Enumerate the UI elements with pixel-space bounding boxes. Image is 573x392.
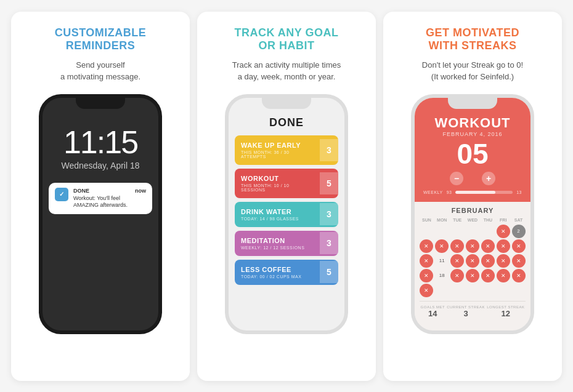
workout-title: WORKOUT xyxy=(415,115,530,131)
panel2-subtitle: Track an activity multiple timesa day, w… xyxy=(232,59,341,83)
cal-header: MON xyxy=(435,217,449,223)
weekly-label: WEEKLY xyxy=(423,190,443,194)
goal-item: MEDITATION WEEKLY: 12 / 12 SESSIONS 3 xyxy=(235,231,338,256)
goal-label: LESS COFFEE TODAY: 00 / 02 CUPS MAX xyxy=(235,260,320,285)
panel2-title: TRACK ANY GOALOR HABIT xyxy=(235,26,339,53)
panel-goals: TRACK ANY GOALOR HABIT Track an activity… xyxy=(197,12,376,381)
cal-day: 1 xyxy=(497,225,510,238)
cal-stats: GOALS MET 14 CURRENT STREAK 3 LONGEST ST… xyxy=(420,301,526,318)
cal-header: FRI xyxy=(496,217,510,223)
phone-notch2 xyxy=(262,98,311,109)
cal-stat: GOALS MET 14 xyxy=(421,305,445,318)
phone-notch3 xyxy=(448,98,497,109)
phone-notch xyxy=(76,98,125,109)
cal-header: SUN xyxy=(420,217,434,223)
cal-header: WED xyxy=(466,217,480,223)
cal-stat: LONGEST STREAK 12 xyxy=(487,305,524,318)
stat-label: GOALS MET xyxy=(421,305,445,309)
cal-day xyxy=(481,225,495,238)
goal-count: 5 xyxy=(320,261,338,283)
notif-header: DONE now xyxy=(73,188,146,194)
weekly-bar: WEEKLY 93 13 xyxy=(423,190,522,194)
goal-label: DRINK WATER TODAY: 14 / 98 GLASSES xyxy=(235,202,320,227)
cal-day: 14 xyxy=(481,254,495,268)
notif-body: Workout: You'll feel AMAZING afterwards. xyxy=(73,195,146,209)
cal-day xyxy=(435,225,449,238)
coral-top: WORKOUT FEBRUARY 4, 2016 05 − + WEEKLY 9… xyxy=(415,98,530,202)
cal-day: 23 xyxy=(512,269,526,282)
cal-day: 15 xyxy=(497,254,510,268)
panel-reminders: CUSTOMIZABLEREMINDERS Send yourselfa mot… xyxy=(11,12,190,381)
goal-item: WORKOUT THIS MONTH: 10 / 10 SESSIONS 5 xyxy=(235,169,338,198)
cal-day: 6 xyxy=(466,239,479,253)
notif-content: DONE now Workout: You'll feel AMAZING af… xyxy=(73,188,146,209)
weekly-val1: 93 xyxy=(447,190,452,194)
streak-number: 05 xyxy=(415,140,530,168)
cal-day xyxy=(466,225,479,238)
cal-grid: SUNMONTUEWEDTHUFRISAT1234567891011121314… xyxy=(420,217,526,297)
goal-count: 3 xyxy=(320,232,338,254)
goal-sub: THIS MONTH: 36 / 30 ATTEMPTS xyxy=(241,150,314,159)
goal-sub: WEEKLY: 12 / 12 SESSIONS xyxy=(241,246,314,250)
time-display: 11:15 Wednesday, April 18 xyxy=(43,126,158,170)
goal-label: MEDITATION WEEKLY: 12 / 12 SESSIONS xyxy=(235,231,320,256)
cal-day: 8 xyxy=(497,239,510,253)
goals-list: WAKE UP EARLY THIS MONTH: 36 / 30 ATTEMP… xyxy=(229,135,344,285)
cal-day: 5 xyxy=(450,239,464,253)
phone-dark: 11:15 Wednesday, April 18 ✓ DONE now Wor… xyxy=(39,94,162,334)
cal-day: 21 xyxy=(481,269,495,282)
goal-label: WORKOUT THIS MONTH: 10 / 10 SESSIONS xyxy=(235,169,320,198)
panel1-title: CUSTOMIZABLEREMINDERS xyxy=(55,26,147,53)
notif-app: DONE xyxy=(73,188,89,194)
done-header: DONE xyxy=(229,116,344,129)
goal-count: 3 xyxy=(320,203,338,225)
cal-day: 13 xyxy=(466,254,479,268)
cal-day: 24 xyxy=(420,284,433,297)
stat-value: 3 xyxy=(447,309,485,318)
goal-count: 3 xyxy=(320,139,338,161)
streak-plus[interactable]: + xyxy=(482,172,495,185)
cal-day: 7 xyxy=(481,239,495,253)
cal-day xyxy=(450,225,464,238)
time: 11:15 xyxy=(43,126,158,158)
stat-label: CURRENT STREAK xyxy=(447,305,485,309)
cal-day: 17 xyxy=(420,269,433,282)
panel1-subtitle: Send yourselfa motivating message. xyxy=(60,59,140,83)
workout-date: FEBRUARY 4, 2016 xyxy=(415,131,530,137)
cal-day: 11 xyxy=(435,254,449,268)
weekly-val2: 13 xyxy=(516,190,522,194)
bar-fill xyxy=(455,191,495,194)
cal-day: 9 xyxy=(512,239,526,253)
cal-day: 2 xyxy=(512,225,526,238)
cal-day: 19 xyxy=(450,269,464,282)
goal-sub: THIS MONTH: 10 / 10 SESSIONS xyxy=(241,183,314,192)
cal-header: TUE xyxy=(450,217,465,223)
goal-sub: TODAY: 14 / 98 GLASSES xyxy=(241,217,314,221)
date: Wednesday, April 18 xyxy=(43,161,158,170)
stat-value: 14 xyxy=(421,309,445,318)
cal-day: 18 xyxy=(435,269,449,282)
cal-header: THU xyxy=(481,217,495,223)
cal-day: 3 xyxy=(420,239,433,253)
notification: ✓ DONE now Workout: You'll feel AMAZING … xyxy=(49,183,152,214)
goal-label: WAKE UP EARLY THIS MONTH: 36 / 30 ATTEMP… xyxy=(235,135,320,165)
stat-label: LONGEST STREAK xyxy=(487,305,524,309)
goal-item: WAKE UP EARLY THIS MONTH: 36 / 30 ATTEMP… xyxy=(235,135,338,165)
cal-header: SAT xyxy=(511,217,526,223)
streak-minus[interactable]: − xyxy=(450,172,463,185)
phone-coral: WORKOUT FEBRUARY 4, 2016 05 − + WEEKLY 9… xyxy=(411,94,534,334)
cal-day: 12 xyxy=(450,254,464,268)
cal-day: 4 xyxy=(435,239,449,253)
notif-icon: ✓ xyxy=(55,188,68,201)
goal-sub: TODAY: 00 / 02 CUPS MAX xyxy=(241,274,314,279)
goal-item: DRINK WATER TODAY: 14 / 98 GLASSES 3 xyxy=(235,202,338,227)
panel3-title: GET MOTIVATEDWITH STREAKS xyxy=(426,26,519,53)
bar-track xyxy=(455,191,513,194)
cal-day: 16 xyxy=(512,254,526,268)
phone-white: DONE WAKE UP EARLY THIS MONTH: 36 / 30 A… xyxy=(225,94,348,334)
panel-streaks: GET MOTIVATEDWITH STREAKS Don't let your… xyxy=(383,12,562,381)
streak-controls: − + xyxy=(415,172,530,185)
cal-stat: CURRENT STREAK 3 xyxy=(447,305,485,318)
goal-item: LESS COFFEE TODAY: 00 / 02 CUPS MAX 5 xyxy=(235,260,338,285)
cal-day: 22 xyxy=(497,269,510,282)
